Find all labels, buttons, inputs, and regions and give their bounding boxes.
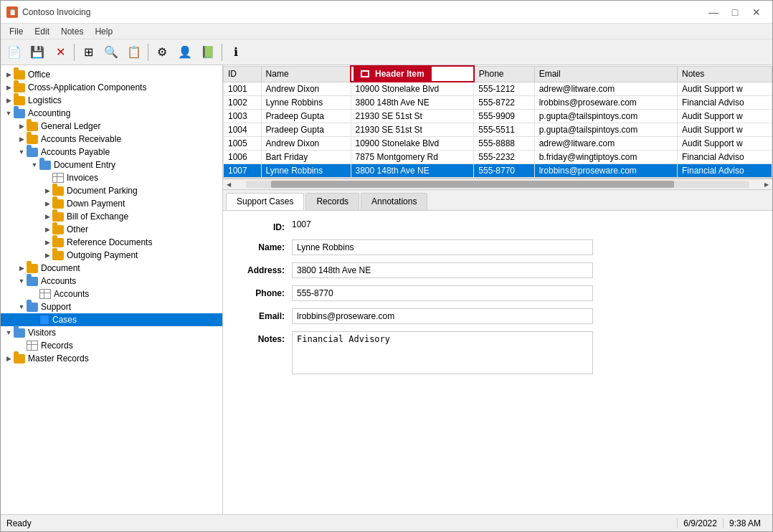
table-row[interactable]: 1006 Bart Friday 7875 Montgomery Rd 555-…: [224, 151, 772, 164]
cell-id: 1007: [224, 164, 262, 178]
arrow-office: [4, 70, 14, 80]
cell-email: p.gupta@tailspintoys.com: [534, 123, 677, 137]
scroll-thumb[interactable]: [271, 181, 674, 188]
detail-notes-value[interactable]: Financial Advisory: [292, 331, 593, 376]
folder-icon-general-ledger: [27, 122, 38, 131]
arrow-master-records: [4, 353, 14, 364]
arrow-down-payment: [42, 199, 52, 209]
sidebar-item-support[interactable]: Support: [1, 300, 222, 313]
sidebar-item-accounts-table[interactable]: Accounts: [1, 288, 222, 300]
folder-icon-logistics: [14, 96, 25, 105]
table-icon-invoices: [52, 173, 64, 183]
sidebar-item-outgoing-payment[interactable]: Outgoing Payment: [1, 249, 222, 262]
sidebar-item-document[interactable]: Document: [1, 262, 222, 275]
sidebar-item-cases[interactable]: Cases: [1, 313, 222, 326]
table-row[interactable]: 1001 Andrew Dixon 10900 Stonelake Blvd 5…: [224, 82, 772, 96]
toolbar-grid[interactable]: ⊞: [77, 42, 99, 62]
folder-icon-accounting: [14, 109, 25, 118]
sidebar-item-down-payment[interactable]: Down Payment: [1, 197, 222, 210]
toolbar-search[interactable]: 🔍: [100, 42, 122, 62]
sidebar-label-document-entry: Document Entry: [54, 160, 115, 170]
detail-name-value[interactable]: [292, 239, 593, 255]
scroll-right-arrow[interactable]: ▶: [761, 179, 772, 190]
sidebar-item-other[interactable]: Other: [1, 223, 222, 236]
toolbar-new[interactable]: 📄: [4, 42, 25, 62]
table-row[interactable]: 1003 Pradeep Gupta 21930 SE 51st St 555-…: [224, 110, 772, 123]
sidebar-item-document-entry[interactable]: Document Entry: [1, 158, 222, 171]
sidebar-item-visitors[interactable]: Visitors: [1, 326, 222, 339]
col-email[interactable]: Email: [534, 66, 677, 82]
toolbar-delete[interactable]: ✕: [49, 42, 71, 62]
titlebar: 📋 Contoso Invoicing — □ ✕: [1, 1, 772, 24]
table-row[interactable]: 1005 Andrew Dixon 10900 Stonelake Blvd 5…: [224, 137, 772, 151]
menu-file[interactable]: File: [4, 25, 29, 38]
cell-id: 1002: [224, 96, 262, 110]
detail-name-input[interactable]: [292, 239, 593, 255]
sidebar-item-office[interactable]: Office: [1, 68, 222, 81]
toolbar-info[interactable]: ℹ: [225, 42, 247, 62]
menu-edit[interactable]: Edit: [29, 25, 55, 38]
sidebar-item-accounts[interactable]: Accounts: [1, 275, 222, 288]
sidebar-item-master-records[interactable]: Master Records: [1, 352, 222, 365]
detail-address-input[interactable]: [292, 262, 593, 278]
data-table-container: ID Name Street Address Phone Email Notes…: [223, 65, 772, 179]
cell-phone: 555-1212: [474, 82, 534, 96]
detail-phone-input[interactable]: [292, 285, 593, 301]
arrow-other: [42, 224, 52, 234]
toolbar-user[interactable]: 👤: [174, 42, 196, 62]
sidebar-item-general-ledger[interactable]: General Ledger: [1, 120, 222, 133]
scroll-track[interactable]: [246, 181, 749, 188]
maximize-button[interactable]: □: [725, 5, 745, 19]
col-name[interactable]: Name: [261, 66, 351, 82]
arrow-visitors: [4, 328, 14, 338]
sidebar-label-support: Support: [41, 302, 71, 312]
sidebar-item-logistics[interactable]: Logistics: [1, 94, 222, 107]
toolbar-export[interactable]: 📗: [197, 42, 219, 62]
horizontal-scrollbar[interactable]: ◀ ▶: [223, 179, 772, 190]
detail-email-input[interactable]: [292, 308, 593, 324]
toolbar-settings[interactable]: ⚙: [151, 42, 173, 62]
table-row-selected[interactable]: 1007 Lynne Robbins 3800 148th Ave NE 555…: [224, 164, 772, 178]
menu-notes[interactable]: Notes: [55, 25, 89, 38]
sidebar-item-accounts-payable[interactable]: Accounts Payable: [1, 146, 222, 158]
table-icon-records: [27, 341, 38, 351]
toolbar-save[interactable]: 💾: [27, 42, 48, 62]
close-button[interactable]: ✕: [746, 5, 767, 19]
toolbar-clipboard[interactable]: 📋: [123, 42, 145, 62]
tab-records[interactable]: Records: [305, 193, 359, 210]
cell-id: 1004: [224, 123, 262, 137]
sidebar-item-invoices[interactable]: Invoices: [1, 171, 222, 184]
sidebar-label-accounting: Accounting: [28, 108, 70, 118]
detail-notes-textarea[interactable]: Financial Advisory: [292, 331, 593, 374]
tab-annotations[interactable]: Annotations: [361, 193, 427, 210]
cell-phone: 555-8770: [474, 164, 534, 178]
detail-phone-value[interactable]: [292, 285, 593, 301]
table-row[interactable]: 1002 Lynne Robbins 3800 148th Ave NE 555…: [224, 96, 772, 110]
menu-help[interactable]: Help: [89, 25, 118, 38]
sidebar-item-records[interactable]: Records: [1, 339, 222, 352]
cell-address: 21930 SE 51st St: [351, 110, 474, 123]
col-id[interactable]: ID: [224, 66, 262, 82]
cell-address: 10900 Stonelake Blvd: [351, 82, 474, 96]
tab-support-cases[interactable]: Support Cases: [226, 193, 304, 210]
statusbar-date: 6/9/2022: [677, 518, 723, 528]
detail-address-value[interactable]: [292, 262, 593, 278]
table-row[interactable]: 1004 Pradeep Gupta 21930 SE 51st St 555-…: [224, 123, 772, 137]
cell-notes: Audit Support w: [677, 123, 772, 137]
cell-name: Bart Friday: [261, 151, 351, 164]
sidebar-item-document-parking[interactable]: Document Parking: [1, 184, 222, 197]
col-notes[interactable]: Notes: [677, 66, 772, 82]
cell-phone: 555-9909: [474, 110, 534, 123]
folder-icon-reference-documents: [52, 238, 64, 247]
folder-icon-outgoing-payment: [52, 251, 64, 260]
minimize-button[interactable]: —: [703, 5, 724, 19]
sidebar-item-accounts-receivable[interactable]: Accounts Receivable: [1, 133, 222, 146]
sidebar-item-accounting[interactable]: Accounting: [1, 107, 222, 120]
scroll-left-arrow[interactable]: ◀: [223, 179, 234, 190]
detail-email-value[interactable]: [292, 308, 593, 324]
sidebar-item-cross-app[interactable]: Cross-Application Components: [1, 81, 222, 94]
col-phone[interactable]: Phone: [474, 66, 534, 82]
sidebar-item-reference-documents[interactable]: Reference Documents: [1, 236, 222, 249]
cell-phone: 555-8888: [474, 137, 534, 151]
sidebar-item-bill-of-exchange[interactable]: Bill of Exchange: [1, 210, 222, 223]
